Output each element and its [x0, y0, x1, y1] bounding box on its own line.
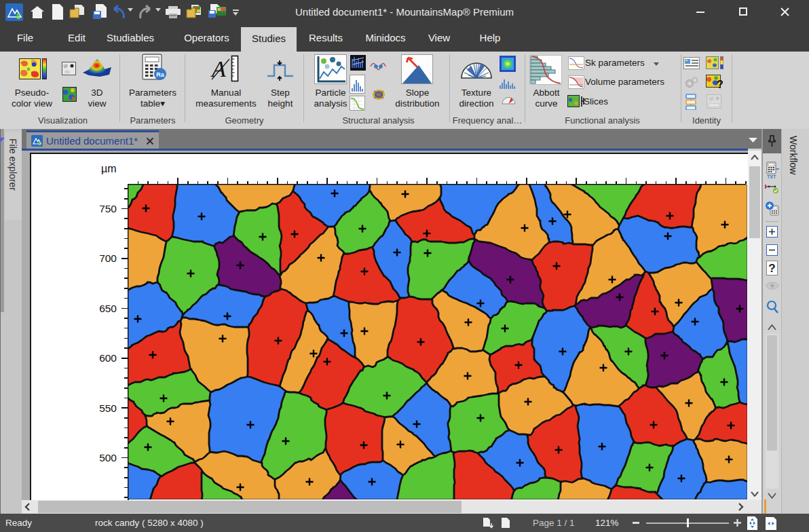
svg-text:?: ? [717, 79, 723, 90]
svg-text:TXT: TXT [767, 174, 776, 179]
svg-text:Ra: Ra [156, 71, 164, 78]
svg-text:8: 8 [38, 140, 41, 147]
